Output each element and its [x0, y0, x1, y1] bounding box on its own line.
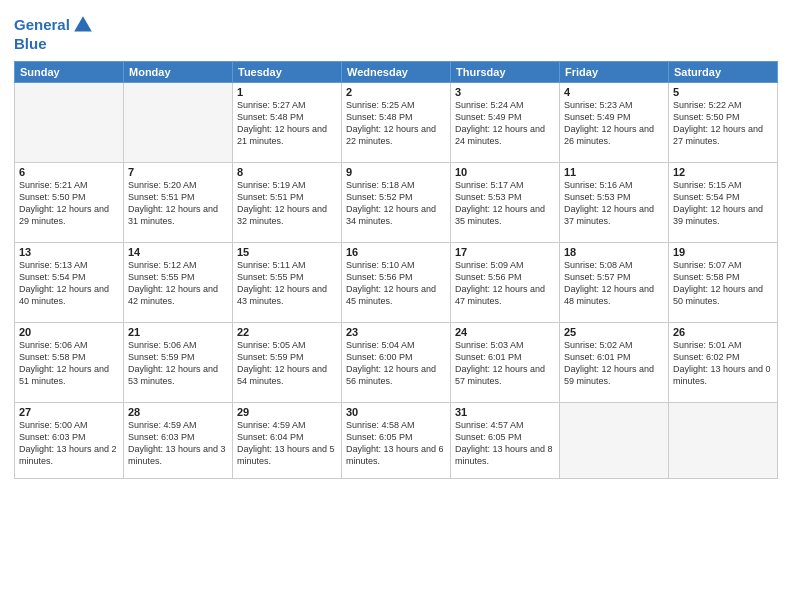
weekday-header-row: SundayMondayTuesdayWednesdayThursdayFrid…	[15, 61, 778, 82]
calendar-cell: 29Sunrise: 4:59 AMSunset: 6:04 PMDayligh…	[233, 402, 342, 478]
cell-info: Sunrise: 5:02 AMSunset: 6:01 PMDaylight:…	[564, 339, 664, 388]
calendar-cell	[560, 402, 669, 478]
calendar-cell: 1Sunrise: 5:27 AMSunset: 5:48 PMDaylight…	[233, 82, 342, 162]
calendar-cell: 27Sunrise: 5:00 AMSunset: 6:03 PMDayligh…	[15, 402, 124, 478]
cell-info: Sunrise: 5:21 AMSunset: 5:50 PMDaylight:…	[19, 179, 119, 228]
weekday-header-wednesday: Wednesday	[342, 61, 451, 82]
calendar-cell: 12Sunrise: 5:15 AMSunset: 5:54 PMDayligh…	[669, 162, 778, 242]
calendar-body: 1Sunrise: 5:27 AMSunset: 5:48 PMDaylight…	[15, 82, 778, 478]
date-number: 17	[455, 246, 555, 258]
cell-info: Sunrise: 5:24 AMSunset: 5:49 PMDaylight:…	[455, 99, 555, 148]
date-number: 25	[564, 326, 664, 338]
calendar-cell: 30Sunrise: 4:58 AMSunset: 6:05 PMDayligh…	[342, 402, 451, 478]
cell-info: Sunrise: 5:13 AMSunset: 5:54 PMDaylight:…	[19, 259, 119, 308]
calendar-cell	[15, 82, 124, 162]
logo-text: General	[14, 17, 70, 34]
cell-info: Sunrise: 5:08 AMSunset: 5:57 PMDaylight:…	[564, 259, 664, 308]
date-number: 23	[346, 326, 446, 338]
calendar-cell	[669, 402, 778, 478]
date-number: 9	[346, 166, 446, 178]
calendar-cell: 22Sunrise: 5:05 AMSunset: 5:59 PMDayligh…	[233, 322, 342, 402]
cell-info: Sunrise: 4:59 AMSunset: 6:03 PMDaylight:…	[128, 419, 228, 468]
logo-icon	[72, 14, 94, 36]
date-number: 27	[19, 406, 119, 418]
calendar-cell: 17Sunrise: 5:09 AMSunset: 5:56 PMDayligh…	[451, 242, 560, 322]
weekday-header-monday: Monday	[124, 61, 233, 82]
date-number: 28	[128, 406, 228, 418]
calendar-cell: 31Sunrise: 4:57 AMSunset: 6:05 PMDayligh…	[451, 402, 560, 478]
cell-info: Sunrise: 5:03 AMSunset: 6:01 PMDaylight:…	[455, 339, 555, 388]
cell-info: Sunrise: 5:16 AMSunset: 5:53 PMDaylight:…	[564, 179, 664, 228]
cell-info: Sunrise: 5:27 AMSunset: 5:48 PMDaylight:…	[237, 99, 337, 148]
weekday-header-thursday: Thursday	[451, 61, 560, 82]
calendar-cell: 10Sunrise: 5:17 AMSunset: 5:53 PMDayligh…	[451, 162, 560, 242]
date-number: 26	[673, 326, 773, 338]
date-number: 11	[564, 166, 664, 178]
weekday-header-sunday: Sunday	[15, 61, 124, 82]
date-number: 13	[19, 246, 119, 258]
date-number: 16	[346, 246, 446, 258]
date-number: 6	[19, 166, 119, 178]
date-number: 29	[237, 406, 337, 418]
date-number: 5	[673, 86, 773, 98]
date-number: 2	[346, 86, 446, 98]
date-number: 3	[455, 86, 555, 98]
date-number: 24	[455, 326, 555, 338]
date-number: 12	[673, 166, 773, 178]
date-number: 15	[237, 246, 337, 258]
calendar-cell: 3Sunrise: 5:24 AMSunset: 5:49 PMDaylight…	[451, 82, 560, 162]
cell-info: Sunrise: 4:57 AMSunset: 6:05 PMDaylight:…	[455, 419, 555, 468]
cell-info: Sunrise: 5:00 AMSunset: 6:03 PMDaylight:…	[19, 419, 119, 468]
calendar-cell: 19Sunrise: 5:07 AMSunset: 5:58 PMDayligh…	[669, 242, 778, 322]
calendar-cell: 18Sunrise: 5:08 AMSunset: 5:57 PMDayligh…	[560, 242, 669, 322]
date-number: 7	[128, 166, 228, 178]
calendar-cell: 16Sunrise: 5:10 AMSunset: 5:56 PMDayligh…	[342, 242, 451, 322]
cell-info: Sunrise: 5:11 AMSunset: 5:55 PMDaylight:…	[237, 259, 337, 308]
date-number: 10	[455, 166, 555, 178]
calendar-cell: 8Sunrise: 5:19 AMSunset: 5:51 PMDaylight…	[233, 162, 342, 242]
date-number: 19	[673, 246, 773, 258]
calendar-cell: 26Sunrise: 5:01 AMSunset: 6:02 PMDayligh…	[669, 322, 778, 402]
weekday-header-tuesday: Tuesday	[233, 61, 342, 82]
calendar-cell	[124, 82, 233, 162]
cell-info: Sunrise: 5:12 AMSunset: 5:55 PMDaylight:…	[128, 259, 228, 308]
calendar-cell: 2Sunrise: 5:25 AMSunset: 5:48 PMDaylight…	[342, 82, 451, 162]
calendar-cell: 13Sunrise: 5:13 AMSunset: 5:54 PMDayligh…	[15, 242, 124, 322]
cell-info: Sunrise: 5:17 AMSunset: 5:53 PMDaylight:…	[455, 179, 555, 228]
week-row-2: 6Sunrise: 5:21 AMSunset: 5:50 PMDaylight…	[15, 162, 778, 242]
calendar-cell: 14Sunrise: 5:12 AMSunset: 5:55 PMDayligh…	[124, 242, 233, 322]
date-number: 18	[564, 246, 664, 258]
cell-info: Sunrise: 5:05 AMSunset: 5:59 PMDaylight:…	[237, 339, 337, 388]
logo: General Blue	[14, 14, 94, 53]
calendar-cell: 15Sunrise: 5:11 AMSunset: 5:55 PMDayligh…	[233, 242, 342, 322]
cell-info: Sunrise: 5:10 AMSunset: 5:56 PMDaylight:…	[346, 259, 446, 308]
date-number: 14	[128, 246, 228, 258]
cell-info: Sunrise: 5:25 AMSunset: 5:48 PMDaylight:…	[346, 99, 446, 148]
cell-info: Sunrise: 5:15 AMSunset: 5:54 PMDaylight:…	[673, 179, 773, 228]
calendar-cell: 23Sunrise: 5:04 AMSunset: 6:00 PMDayligh…	[342, 322, 451, 402]
calendar-table: SundayMondayTuesdayWednesdayThursdayFrid…	[14, 61, 778, 479]
calendar-cell: 5Sunrise: 5:22 AMSunset: 5:50 PMDaylight…	[669, 82, 778, 162]
calendar-cell: 21Sunrise: 5:06 AMSunset: 5:59 PMDayligh…	[124, 322, 233, 402]
date-number: 1	[237, 86, 337, 98]
cell-info: Sunrise: 5:23 AMSunset: 5:49 PMDaylight:…	[564, 99, 664, 148]
cell-info: Sunrise: 5:06 AMSunset: 5:59 PMDaylight:…	[128, 339, 228, 388]
cell-info: Sunrise: 5:07 AMSunset: 5:58 PMDaylight:…	[673, 259, 773, 308]
logo-blue: Blue	[14, 36, 94, 53]
cell-info: Sunrise: 5:06 AMSunset: 5:58 PMDaylight:…	[19, 339, 119, 388]
calendar-cell: 6Sunrise: 5:21 AMSunset: 5:50 PMDaylight…	[15, 162, 124, 242]
week-row-3: 13Sunrise: 5:13 AMSunset: 5:54 PMDayligh…	[15, 242, 778, 322]
cell-info: Sunrise: 4:58 AMSunset: 6:05 PMDaylight:…	[346, 419, 446, 468]
cell-info: Sunrise: 5:09 AMSunset: 5:56 PMDaylight:…	[455, 259, 555, 308]
calendar-cell: 25Sunrise: 5:02 AMSunset: 6:01 PMDayligh…	[560, 322, 669, 402]
week-row-1: 1Sunrise: 5:27 AMSunset: 5:48 PMDaylight…	[15, 82, 778, 162]
date-number: 21	[128, 326, 228, 338]
svg-marker-0	[74, 16, 92, 31]
weekday-header-friday: Friday	[560, 61, 669, 82]
cell-info: Sunrise: 5:22 AMSunset: 5:50 PMDaylight:…	[673, 99, 773, 148]
calendar-cell: 7Sunrise: 5:20 AMSunset: 5:51 PMDaylight…	[124, 162, 233, 242]
cell-info: Sunrise: 4:59 AMSunset: 6:04 PMDaylight:…	[237, 419, 337, 468]
week-row-4: 20Sunrise: 5:06 AMSunset: 5:58 PMDayligh…	[15, 322, 778, 402]
date-number: 4	[564, 86, 664, 98]
week-row-5: 27Sunrise: 5:00 AMSunset: 6:03 PMDayligh…	[15, 402, 778, 478]
